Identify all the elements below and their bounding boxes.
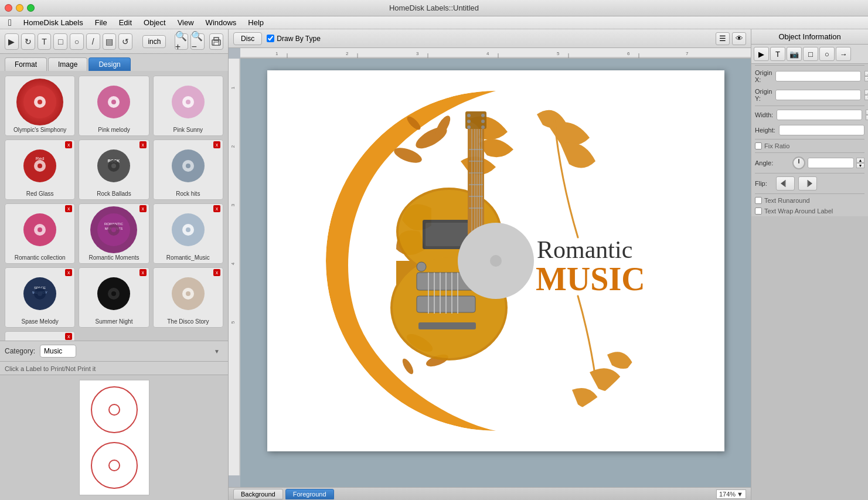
draw-by-type-checkbox[interactable]	[267, 35, 274, 42]
thumb-olympics-simphony[interactable]: Olympic's Simphony	[5, 76, 75, 136]
origin-y-label: Origin Y:	[755, 88, 772, 102]
menu-edit[interactable]: Edit	[113, 17, 138, 28]
close-button[interactable]	[5, 4, 12, 12]
svg-point-118	[490, 255, 502, 267]
thumb-close-rock-hits[interactable]: x	[213, 141, 220, 148]
rp-tool-arrow[interactable]: →	[836, 47, 851, 61]
width-label: Width:	[755, 111, 773, 118]
flip-vertical-button[interactable]	[798, 176, 817, 191]
angle-up[interactable]: ▲	[856, 158, 864, 163]
line-tool[interactable]: /	[86, 33, 100, 50]
thumb-violet-by-step[interactable]: x Violet by Step	[5, 331, 75, 341]
window-controls[interactable]	[5, 4, 35, 12]
menu-app[interactable]: HomeDisk Labels	[18, 17, 89, 28]
menu-object[interactable]: Object	[138, 17, 172, 28]
thumb-romantic-music[interactable]: x Romantic_Music	[153, 203, 223, 264]
object-info-tools: ▶ T 📷 □ ○ →	[751, 45, 868, 64]
thumb-pink-melody[interactable]: Pink melody	[79, 76, 149, 136]
unit-button[interactable]: inch	[142, 35, 166, 48]
tab-design[interactable]: Design	[88, 57, 130, 71]
width-input[interactable]	[777, 110, 862, 120]
menu-help[interactable]: Help	[242, 17, 270, 28]
menu-file[interactable]: File	[89, 17, 113, 28]
thumb-close-spase-melody[interactable]: x	[65, 269, 72, 276]
tab-format[interactable]: Format	[5, 57, 47, 71]
rp-tool-text[interactable]: T	[770, 47, 785, 61]
svg-point-114	[417, 262, 426, 271]
svg-text:4: 4	[230, 262, 236, 265]
category-select[interactable]: Music Movies Games Software	[40, 345, 76, 358]
apple-menu[interactable]: 	[2, 18, 18, 28]
thumb-romantic-moments[interactable]: x ROMANTIC MOMENTS Romantic Moments	[79, 203, 149, 264]
thumb-summer-night[interactable]: x Summer Night	[79, 267, 149, 328]
print-button[interactable]	[209, 33, 223, 50]
rp-tool-image[interactable]: 📷	[787, 47, 802, 61]
thumb-close-summer-night[interactable]: x	[139, 269, 147, 276]
rotate-tool[interactable]: ↺	[118, 33, 132, 50]
origin-x-down[interactable]: ▼	[864, 76, 868, 81]
width-up[interactable]: ▲	[866, 110, 868, 115]
thumb-label-romantic-collection: Romantic collection	[15, 254, 66, 261]
minimize-button[interactable]	[16, 4, 23, 12]
height-input[interactable]	[779, 125, 864, 135]
thumb-red-glass[interactable]: x Red Red Glass	[5, 140, 75, 200]
thumb-close-rock-ballads[interactable]: x	[139, 141, 147, 148]
zoom-out-button[interactable]: 🔍−	[190, 33, 205, 50]
barcode-tool[interactable]: ▤	[103, 33, 117, 50]
thumb-label-red-glass: Red Glass	[26, 191, 54, 197]
rp-tool-select[interactable]: ▶	[754, 47, 769, 61]
canvas-scroll[interactable]: Romantic MUSIC	[240, 59, 751, 487]
svg-text:4: 4	[486, 51, 489, 56]
origin-x-input[interactable]	[775, 71, 861, 81]
thumb-close-red-glass[interactable]: x	[65, 141, 72, 148]
origin-y-down[interactable]: ▼	[864, 95, 868, 100]
width-down[interactable]: ▼	[866, 115, 868, 120]
origin-x-up[interactable]: ▲	[864, 71, 868, 76]
thumb-close-romantic-music[interactable]: x	[213, 205, 220, 212]
canvas-with-ruler: 1 2 3 4 5 6 7	[229, 48, 751, 487]
tab-image[interactable]: Image	[48, 57, 87, 71]
thumb-disco-story[interactable]: x The Disco Story	[153, 267, 223, 328]
disc-button[interactable]: Disc	[233, 32, 262, 45]
thumbnail-grid: Olympic's Simphony Pink melody	[5, 76, 223, 341]
print-preview-box	[79, 380, 149, 495]
arrow-tool[interactable]: ▶	[5, 33, 19, 50]
undo-tool[interactable]: ↻	[21, 33, 35, 50]
fix-ratio-checkbox[interactable]	[755, 142, 762, 149]
svg-point-24	[186, 164, 190, 168]
zoom-in-button[interactable]: 🔍+	[175, 33, 189, 50]
maximize-button[interactable]	[27, 4, 35, 12]
thumb-close-violet-by-step[interactable]: x	[65, 333, 72, 340]
text-wrap-checkbox[interactable]	[755, 208, 762, 215]
svg-rect-116	[418, 322, 476, 329]
text-tool[interactable]: T	[38, 33, 52, 50]
thumb-rock-hits[interactable]: x Rock hits	[153, 140, 223, 200]
tab-background[interactable]: Background	[233, 489, 283, 499]
angle-dial[interactable]	[792, 157, 805, 169]
zoom-dropdown-arrow[interactable]: ▼	[737, 491, 743, 498]
flip-label: Flip:	[755, 180, 772, 187]
eye-icon[interactable]: 👁	[732, 32, 746, 45]
origin-y-up[interactable]: ▲	[864, 90, 868, 95]
thumb-romantic-collection[interactable]: x Romantic collection	[5, 203, 75, 264]
thumb-close-romantic-moments[interactable]: x	[139, 205, 147, 212]
thumb-rock-ballads[interactable]: x ROCK n Rock Ballads	[79, 140, 149, 200]
layers-icon[interactable]: ☰	[716, 32, 730, 45]
rp-tool-shape[interactable]: □	[803, 47, 818, 61]
thumb-close-disco-story[interactable]: x	[213, 269, 220, 276]
thumb-spase-melody[interactable]: x SPACE MELODY Spase Melody	[5, 267, 75, 328]
angle-input[interactable]	[808, 158, 854, 168]
svg-point-9	[111, 100, 116, 104]
thumb-close-romantic-collection[interactable]: x	[65, 205, 72, 212]
angle-down[interactable]: ▼	[856, 163, 864, 168]
rp-tool-label[interactable]: ○	[819, 47, 835, 61]
tab-foreground[interactable]: Foreground	[285, 489, 334, 499]
thumb-pink-sunny[interactable]: Pink Sunny	[153, 76, 223, 136]
menu-windows[interactable]: Windows	[200, 17, 243, 28]
rect-tool[interactable]: □	[53, 33, 67, 50]
text-runaround-checkbox[interactable]	[755, 197, 762, 204]
origin-y-input[interactable]	[775, 90, 861, 100]
menu-view[interactable]: View	[172, 17, 200, 28]
circle-tool[interactable]: ○	[70, 33, 84, 50]
flip-horizontal-button[interactable]	[776, 176, 795, 191]
